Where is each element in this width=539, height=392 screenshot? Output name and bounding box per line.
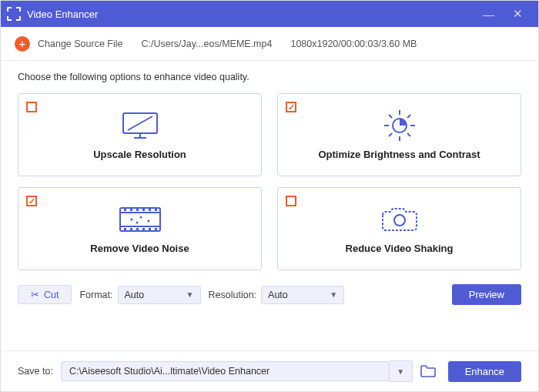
format-label: Format: [79,290,112,300]
monitor-icon [117,110,163,141]
svg-rect-22 [124,228,126,230]
app-title: Video Enhancer [27,8,98,20]
checkbox-shake[interactable] [286,196,296,206]
svg-point-28 [130,218,132,220]
source-info: 1080x1920/00:00:03/3.60 MB [290,39,417,49]
option-shake[interactable]: Reduce Video Shaking [277,187,521,270]
chevron-down-icon: ▼ [330,290,337,299]
preview-button[interactable]: Preview [452,284,521,305]
svg-line-12 [407,115,410,118]
source-path: C:/Users/Jay...eos/MEME.mp4 [141,39,272,49]
save-path-dropdown[interactable]: ▼ [390,360,413,382]
plus-icon: + [15,36,30,52]
change-source-button[interactable]: + Change Source File [15,36,122,52]
svg-rect-19 [142,209,145,211]
preview-label: Preview [469,289,504,300]
checkbox-brightness[interactable] [286,102,296,112]
app-icon [7,7,21,21]
controls-row: ✂ Cut Format: Auto ▼ Resolution: Auto ▼ … [18,284,521,305]
titlebar: Video Enhancer — ✕ [1,1,538,27]
resolution-label: Resolution: [209,290,257,300]
cut-label: Cut [44,290,59,300]
close-button[interactable]: ✕ [504,2,532,25]
cut-button[interactable]: ✂ Cut [18,285,72,304]
svg-line-10 [407,133,410,136]
svg-rect-25 [142,228,145,230]
svg-line-11 [389,133,392,136]
svg-rect-17 [130,209,132,211]
svg-line-9 [389,115,392,118]
scissors-icon: ✂ [31,289,39,300]
svg-line-1 [128,116,152,130]
option-upscale[interactable]: Upscale Resolution [18,93,262,176]
checkbox-upscale[interactable] [26,102,37,112]
folder-icon[interactable] [420,365,436,377]
option-upscale-label: Upscale Resolution [93,149,186,160]
svg-rect-16 [124,209,126,211]
save-to-label: Save to: [18,366,53,377]
minimize-button[interactable]: — [474,3,504,25]
option-brightness[interactable]: Optimize Brightness and Contrast [277,93,521,176]
sun-icon [377,110,423,141]
svg-rect-23 [130,228,132,230]
svg-point-29 [139,216,142,218]
save-bar: Save to: C:\Aiseesoft Studio\Ai...ltimat… [1,350,538,391]
format-select[interactable]: Auto ▼ [118,286,201,304]
app-window: Video Enhancer — ✕ + Change Source File … [0,0,539,392]
enhance-label: Enhance [465,366,504,377]
option-shake-label: Reduce Video Shaking [346,243,454,254]
film-icon [117,204,163,235]
chevron-down-icon: ▼ [186,290,194,299]
save-path[interactable]: C:\Aiseesoft Studio\Ai...ltimate\Video E… [61,361,390,381]
option-noise-label: Remove Video Noise [90,243,189,254]
svg-rect-24 [136,228,139,230]
save-path-box: C:\Aiseesoft Studio\Ai...ltimate\Video E… [61,360,413,382]
svg-point-31 [136,221,138,223]
camera-icon [377,204,423,235]
source-bar: + Change Source File C:/Users/Jay...eos/… [1,27,538,61]
prompt-text: Choose the following options to enhance … [18,72,521,82]
enhance-button[interactable]: Enhance [448,361,521,382]
resolution-select[interactable]: Auto ▼ [261,286,344,304]
svg-rect-18 [136,209,139,211]
chevron-down-icon: ▼ [397,367,404,376]
format-value: Auto [125,290,145,300]
svg-rect-27 [155,228,157,230]
svg-rect-20 [149,209,151,211]
svg-point-32 [394,215,405,226]
option-brightness-label: Optimize Brightness and Contrast [318,149,480,160]
svg-rect-21 [155,209,157,211]
checkbox-noise[interactable] [26,196,37,206]
option-noise[interactable]: Remove Video Noise [18,187,262,270]
main-panel: Choose the following options to enhance … [1,61,538,350]
resolution-value: Auto [268,290,288,300]
change-source-label: Change Source File [38,39,122,49]
svg-rect-13 [120,208,160,231]
svg-point-30 [147,219,149,222]
options-grid: Upscale Resolution [18,93,521,270]
svg-rect-26 [149,228,151,230]
